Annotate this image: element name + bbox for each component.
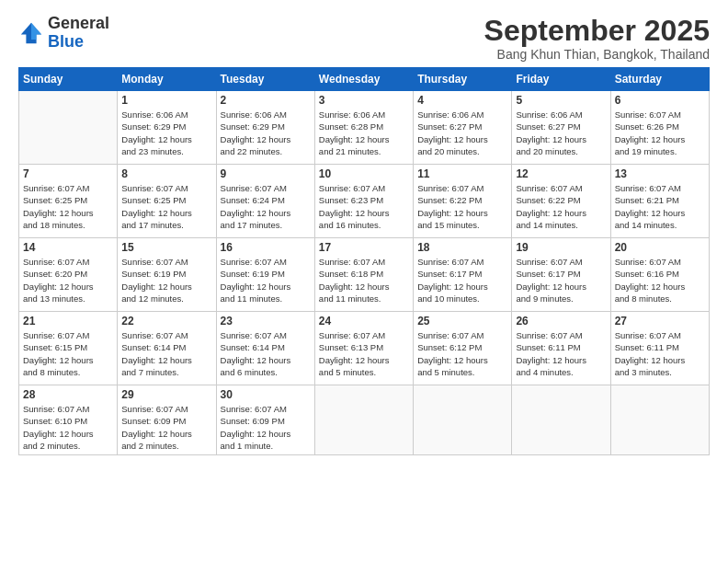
- table-row: 3Sunrise: 6:06 AM Sunset: 6:28 PM Daylig…: [314, 91, 413, 165]
- day-number: 28: [23, 388, 113, 401]
- table-row: 26Sunrise: 6:07 AM Sunset: 6:11 PM Dayli…: [512, 312, 610, 385]
- calendar-header-row: Sunday Monday Tuesday Wednesday Thursday…: [19, 68, 710, 91]
- table-row: [19, 91, 118, 165]
- day-number: 15: [121, 241, 211, 254]
- location: Bang Khun Thian, Bangkok, Thailand: [484, 47, 710, 62]
- day-number: 23: [221, 315, 311, 327]
- table-row: 24Sunrise: 6:07 AM Sunset: 6:13 PM Dayli…: [314, 312, 413, 385]
- day-number: 16: [221, 241, 311, 254]
- header-sunday: Sunday: [19, 68, 118, 91]
- table-row: 25Sunrise: 6:07 AM Sunset: 6:12 PM Dayli…: [414, 312, 512, 385]
- day-info: Sunrise: 6:07 AM Sunset: 6:12 PM Dayligh…: [417, 329, 507, 378]
- table-row: 16Sunrise: 6:07 AM Sunset: 6:19 PM Dayli…: [216, 238, 314, 312]
- day-info: Sunrise: 6:07 AM Sunset: 6:09 PM Dayligh…: [221, 403, 311, 452]
- table-row: 15Sunrise: 6:07 AM Sunset: 6:19 PM Dayli…: [118, 238, 216, 312]
- day-number: 1: [121, 94, 211, 107]
- table-row: 28Sunrise: 6:07 AM Sunset: 6:10 PM Dayli…: [19, 385, 118, 455]
- day-number: 17: [319, 241, 409, 254]
- day-info: Sunrise: 6:07 AM Sunset: 6:17 PM Dayligh…: [417, 256, 507, 304]
- table-row: 20Sunrise: 6:07 AM Sunset: 6:16 PM Dayli…: [610, 238, 709, 312]
- day-info: Sunrise: 6:07 AM Sunset: 6:13 PM Dayligh…: [319, 329, 409, 378]
- day-info: Sunrise: 6:07 AM Sunset: 6:21 PM Dayligh…: [615, 182, 705, 231]
- day-info: Sunrise: 6:06 AM Sunset: 6:29 PM Dayligh…: [221, 109, 311, 157]
- table-row: 1Sunrise: 6:06 AM Sunset: 6:29 PM Daylig…: [118, 91, 216, 165]
- day-number: 6: [615, 94, 705, 107]
- title-block: September 2025 Bang Khun Thian, Bangkok,…: [484, 15, 710, 62]
- header-thursday: Thursday: [414, 68, 512, 91]
- day-info: Sunrise: 6:06 AM Sunset: 6:27 PM Dayligh…: [516, 109, 606, 157]
- table-row: 9Sunrise: 6:07 AM Sunset: 6:24 PM Daylig…: [216, 165, 314, 238]
- day-number: 10: [319, 167, 409, 180]
- day-number: 14: [23, 241, 113, 254]
- table-row: 6Sunrise: 6:07 AM Sunset: 6:26 PM Daylig…: [610, 91, 709, 165]
- day-number: 3: [319, 94, 409, 107]
- logo-text: General Blue: [48, 15, 109, 52]
- table-row: 5Sunrise: 6:06 AM Sunset: 6:27 PM Daylig…: [512, 91, 610, 165]
- day-info: Sunrise: 6:06 AM Sunset: 6:29 PM Dayligh…: [121, 109, 211, 157]
- day-info: Sunrise: 6:07 AM Sunset: 6:16 PM Dayligh…: [615, 256, 705, 304]
- day-info: Sunrise: 6:07 AM Sunset: 6:09 PM Dayligh…: [121, 403, 211, 452]
- day-number: 22: [121, 315, 211, 327]
- day-info: Sunrise: 6:06 AM Sunset: 6:28 PM Dayligh…: [319, 109, 409, 157]
- table-row: 23Sunrise: 6:07 AM Sunset: 6:14 PM Dayli…: [216, 312, 314, 385]
- table-row: 7Sunrise: 6:07 AM Sunset: 6:25 PM Daylig…: [19, 165, 118, 238]
- table-row: [512, 385, 610, 455]
- day-info: Sunrise: 6:06 AM Sunset: 6:27 PM Dayligh…: [417, 109, 507, 157]
- table-row: 8Sunrise: 6:07 AM Sunset: 6:25 PM Daylig…: [118, 165, 216, 238]
- table-row: [610, 385, 709, 455]
- day-number: 12: [516, 167, 606, 180]
- header-wednesday: Wednesday: [314, 68, 413, 91]
- table-row: 27Sunrise: 6:07 AM Sunset: 6:11 PM Dayli…: [610, 312, 709, 385]
- logo-general: General: [48, 14, 109, 32]
- table-row: 17Sunrise: 6:07 AM Sunset: 6:18 PM Dayli…: [314, 238, 413, 312]
- table-row: 10Sunrise: 6:07 AM Sunset: 6:23 PM Dayli…: [314, 165, 413, 238]
- day-info: Sunrise: 6:07 AM Sunset: 6:11 PM Dayligh…: [516, 329, 606, 378]
- day-info: Sunrise: 6:07 AM Sunset: 6:11 PM Dayligh…: [615, 329, 705, 378]
- day-info: Sunrise: 6:07 AM Sunset: 6:25 PM Dayligh…: [23, 182, 113, 231]
- header: General Blue September 2025 Bang Khun Th…: [18, 15, 710, 62]
- table-row: 19Sunrise: 6:07 AM Sunset: 6:17 PM Dayli…: [512, 238, 610, 312]
- table-row: 30Sunrise: 6:07 AM Sunset: 6:09 PM Dayli…: [216, 385, 314, 455]
- header-saturday: Saturday: [610, 68, 709, 91]
- calendar-table: Sunday Monday Tuesday Wednesday Thursday…: [18, 67, 710, 455]
- page: General Blue September 2025 Bang Khun Th…: [0, 0, 728, 563]
- day-number: 21: [23, 315, 113, 327]
- day-info: Sunrise: 6:07 AM Sunset: 6:26 PM Dayligh…: [615, 109, 705, 157]
- day-number: 4: [417, 94, 507, 107]
- table-row: 29Sunrise: 6:07 AM Sunset: 6:09 PM Dayli…: [118, 385, 216, 455]
- day-info: Sunrise: 6:07 AM Sunset: 6:14 PM Dayligh…: [221, 329, 311, 378]
- day-info: Sunrise: 6:07 AM Sunset: 6:20 PM Dayligh…: [23, 256, 113, 304]
- table-row: 18Sunrise: 6:07 AM Sunset: 6:17 PM Dayli…: [414, 238, 512, 312]
- day-number: 24: [319, 315, 409, 327]
- day-info: Sunrise: 6:07 AM Sunset: 6:24 PM Dayligh…: [221, 182, 311, 231]
- day-info: Sunrise: 6:07 AM Sunset: 6:25 PM Dayligh…: [121, 182, 211, 231]
- day-number: 9: [221, 167, 311, 180]
- day-number: 27: [615, 315, 705, 327]
- day-number: 30: [221, 388, 311, 401]
- day-info: Sunrise: 6:07 AM Sunset: 6:19 PM Dayligh…: [221, 256, 311, 304]
- header-friday: Friday: [512, 68, 610, 91]
- day-number: 11: [417, 167, 507, 180]
- logo: General Blue: [18, 15, 109, 52]
- day-info: Sunrise: 6:07 AM Sunset: 6:15 PM Dayligh…: [23, 329, 113, 378]
- day-number: 5: [516, 94, 606, 107]
- day-number: 25: [417, 315, 507, 327]
- logo-icon: [18, 20, 44, 46]
- day-number: 19: [516, 241, 606, 254]
- header-tuesday: Tuesday: [216, 68, 314, 91]
- day-number: 20: [615, 241, 705, 254]
- table-row: [314, 385, 413, 455]
- month-title: September 2025: [484, 15, 710, 47]
- day-info: Sunrise: 6:07 AM Sunset: 6:14 PM Dayligh…: [121, 329, 211, 378]
- day-number: 26: [516, 315, 606, 327]
- day-number: 7: [23, 167, 113, 180]
- day-info: Sunrise: 6:07 AM Sunset: 6:23 PM Dayligh…: [319, 182, 409, 231]
- day-info: Sunrise: 6:07 AM Sunset: 6:19 PM Dayligh…: [121, 256, 211, 304]
- day-info: Sunrise: 6:07 AM Sunset: 6:22 PM Dayligh…: [417, 182, 507, 231]
- day-number: 29: [121, 388, 211, 401]
- table-row: 14Sunrise: 6:07 AM Sunset: 6:20 PM Dayli…: [19, 238, 118, 312]
- header-monday: Monday: [118, 68, 216, 91]
- table-row: 2Sunrise: 6:06 AM Sunset: 6:29 PM Daylig…: [216, 91, 314, 165]
- day-info: Sunrise: 6:07 AM Sunset: 6:10 PM Dayligh…: [23, 403, 113, 452]
- table-row: 4Sunrise: 6:06 AM Sunset: 6:27 PM Daylig…: [414, 91, 512, 165]
